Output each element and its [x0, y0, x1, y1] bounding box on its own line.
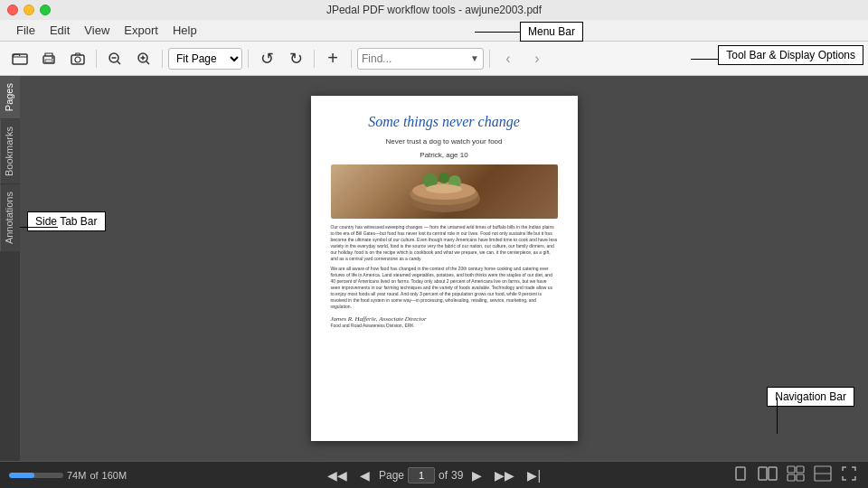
svg-rect-17: [769, 467, 777, 480]
page-label: Page: [379, 469, 404, 482]
separator-6: [489, 50, 490, 68]
svg-rect-20: [788, 474, 795, 481]
window-controls: [7, 5, 51, 15]
pdf-subtitle: Never trust a dog to watch your food: [331, 137, 558, 145]
status-bar: 74M of 160M ◀◀ ◀ Page of 39 ▶ ▶▶ ▶|: [0, 461, 868, 488]
nav-bar-annotation-line: [777, 398, 778, 434]
memory-total: 160M: [102, 470, 127, 481]
menu-export[interactable]: Export: [117, 22, 165, 39]
view-controls: [731, 464, 859, 486]
menu-view[interactable]: View: [77, 22, 117, 39]
pdf-body-text-1: Our country has witnessed sweeping chang…: [331, 224, 558, 262]
side-tab-bar-annotation: Side Tab Bar: [27, 211, 106, 231]
total-pages: 39: [451, 469, 463, 482]
single-page-view-button[interactable]: [731, 464, 750, 486]
fullscreen-button[interactable]: [839, 464, 859, 486]
svg-rect-2: [45, 60, 52, 62]
menu-bar-annotation: Menu Bar: [520, 22, 583, 42]
separator-4: [314, 50, 315, 68]
page-indicator: Page of 39: [379, 467, 463, 483]
pdf-sig-title: Food and Road Awareness Division, ERK: [331, 323, 558, 328]
prev-page-toolbar-button[interactable]: ‹: [495, 46, 521, 71]
memory-used: 74M: [67, 470, 86, 481]
minimize-button[interactable]: [24, 5, 34, 15]
fit-page-select[interactable]: Fit Page Fit Width Fit Height 100%: [168, 48, 242, 70]
memory-bar: [9, 473, 63, 478]
separator-5: [351, 50, 352, 68]
toolbar: Fit Page Fit Width Fit Height 100% ↺ ↻ +…: [0, 42, 868, 76]
add-button[interactable]: +: [320, 46, 345, 71]
pdf-page: Some things never change Never trust a d…: [311, 96, 578, 441]
camera-button[interactable]: [65, 46, 90, 71]
pdf-body-text-2: We are all aware of how food has changed…: [331, 266, 558, 310]
pdf-author: Patrick, age 10: [331, 151, 558, 159]
svg-point-5: [75, 57, 80, 62]
close-button[interactable]: [7, 5, 18, 15]
pdf-viewer: Some things never change Never trust a d…: [20, 76, 868, 461]
navigation-bar-annotation: Navigation Bar: [767, 387, 854, 407]
page-number-input[interactable]: [408, 467, 435, 483]
svg-rect-15: [736, 467, 745, 480]
first-page-button[interactable]: ◀◀: [324, 466, 351, 484]
svg-rect-16: [759, 467, 767, 480]
menu-file[interactable]: File: [9, 22, 42, 39]
zoom-in-button[interactable]: [131, 46, 156, 71]
bookmarks-tab[interactable]: Bookmarks: [0, 119, 20, 183]
fast-forward-button[interactable]: ▶▶: [491, 466, 518, 484]
svg-rect-19: [797, 466, 804, 473]
menu-bar: File Edit View Export Help Menu Bar: [0, 20, 868, 42]
prev-page-button[interactable]: ◀: [356, 466, 373, 484]
menu-edit[interactable]: Edit: [42, 22, 77, 39]
next-page-button[interactable]: ▶: [468, 466, 486, 484]
next-page-toolbar-button[interactable]: ›: [524, 46, 550, 71]
side-tab-bar: Pages Bookmarks Annotations Side Tab Bar: [0, 76, 20, 461]
title-bar: JPedal PDF workflow tools - awjune2003.p…: [0, 0, 868, 20]
svg-rect-18: [788, 466, 795, 473]
redo-button[interactable]: ↻: [283, 46, 308, 71]
separator-1: [96, 50, 97, 68]
separator-2: [162, 50, 163, 68]
two-page-view-button[interactable]: [756, 464, 779, 486]
memory-fill: [9, 473, 34, 478]
undo-button[interactable]: ↺: [254, 46, 279, 71]
grid-view-button[interactable]: [785, 464, 807, 486]
svg-point-3: [52, 57, 53, 59]
page-navigation: ◀◀ ◀ Page of 39 ▶ ▶▶ ▶|: [324, 466, 544, 484]
svg-point-14: [426, 184, 462, 193]
last-page-button[interactable]: ▶|: [524, 466, 544, 484]
separator-3: [248, 50, 249, 68]
search-dropdown-icon[interactable]: ▼: [470, 53, 479, 63]
search-input[interactable]: [362, 52, 470, 65]
toolbar-annotation: Tool Bar & Display Options: [718, 45, 863, 65]
window-title: JPedal PDF workflow tools - awjune2003.p…: [326, 4, 542, 16]
svg-rect-21: [797, 474, 804, 481]
pdf-signature: James R. Hafferle, Associate Director: [331, 315, 558, 323]
split-view-button[interactable]: [812, 464, 834, 486]
main-area: Pages Bookmarks Annotations Side Tab Bar…: [0, 76, 868, 461]
maximize-button[interactable]: [40, 5, 51, 15]
svg-point-12: [439, 173, 449, 183]
memory-indicator: 74M of 160M: [9, 470, 127, 481]
zoom-out-button[interactable]: [102, 46, 127, 71]
memory-of: of: [90, 470, 98, 481]
new-folder-button[interactable]: [7, 46, 33, 71]
pdf-doc-title: Some things never change: [331, 114, 558, 130]
pages-tab[interactable]: Pages: [0, 76, 20, 118]
pdf-image: [331, 164, 558, 219]
annotations-tab[interactable]: Annotations: [0, 184, 20, 251]
page-of: of: [439, 469, 448, 482]
search-container: ▼: [357, 48, 484, 70]
print-button[interactable]: [36, 46, 61, 71]
menu-help[interactable]: Help: [165, 22, 204, 39]
